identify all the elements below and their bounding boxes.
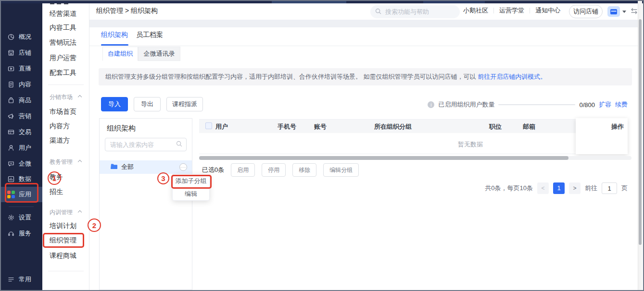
horizontal-scrollbar-thumb[interactable] — [199, 156, 568, 160]
tab-row-border — [89, 46, 639, 46]
submenu-item-training-plan[interactable]: 培训计划 — [42, 221, 89, 230]
submenu-item-org-management[interactable]: 组织管理 — [42, 235, 89, 245]
next-page-button[interactable]: > — [569, 182, 581, 194]
sidebar-item-data[interactable]: 数据 — [1, 171, 42, 187]
chevron-down-icon[interactable] — [622, 11, 626, 13]
menu-item-edit[interactable]: 编辑 — [173, 187, 209, 200]
submenu-divider — [48, 271, 84, 271]
sidebar-item-shop[interactable]: 店铺 — [1, 45, 42, 61]
clipped-menu-item — [50, 3, 54, 4]
banner-link[interactable]: 前往开启店铺内训模式。 — [478, 73, 546, 80]
global-search-input[interactable] — [384, 8, 452, 16]
tree-panel-title: 组织架构 — [107, 124, 136, 133]
course-assign-button[interactable]: 课程指派 — [166, 97, 203, 111]
edit-group-button[interactable]: 编辑分组 — [323, 163, 359, 177]
expand-quota-link[interactable]: 扩容 — [599, 100, 611, 109]
sidebar-item-label: 数据 — [19, 175, 31, 183]
goto-page-input[interactable] — [602, 182, 617, 194]
shop-avatar[interactable] — [607, 6, 620, 17]
visit-shop-button[interactable]: 访问店铺 — [569, 5, 603, 18]
submenu-item-user-operation[interactable]: 用户运营 — [42, 53, 89, 62]
global-search[interactable] — [370, 5, 460, 18]
submenu-group-academic[interactable]: 教务管理 — [42, 158, 89, 166]
header-links: 小鹅社区 运营学堂 通知中心 — [463, 6, 560, 15]
apps-icon — [7, 191, 15, 198]
sidebar-item-label: 常用 — [19, 275, 31, 284]
content-gap — [89, 20, 639, 27]
col-header-action: 操作 — [576, 122, 624, 131]
sidebar-item-live[interactable]: 直播 — [1, 61, 42, 76]
submenu-item-content-tools[interactable]: 内容工具 — [42, 23, 89, 32]
sidebar-item-marketing[interactable]: 营销 — [1, 109, 42, 124]
sidebar-item-users[interactable]: 用户 — [1, 140, 42, 156]
service-icon — [7, 230, 15, 237]
empty-state-text: 暂无数据 — [458, 140, 483, 149]
node-context-menu: 添加子分组 编辑 — [172, 174, 210, 201]
submenu-item-channel-side[interactable]: 渠道方 — [42, 135, 89, 145]
sidebar-item-label: 店铺 — [19, 48, 31, 57]
academy-link[interactable]: 运营学堂 — [499, 6, 524, 15]
subtab-wecom-contacts[interactable]: 企微通讯录 — [138, 47, 180, 61]
submenu-item-content-side[interactable]: 内容方 — [42, 121, 89, 131]
submenu-group-distribution[interactable]: 分销市场 — [42, 93, 89, 101]
tree-search[interactable] — [105, 138, 187, 151]
switch-account-icon[interactable] — [630, 8, 638, 16]
current-page-button[interactable]: 1 — [553, 182, 565, 194]
renew-link[interactable]: 续费 — [615, 100, 628, 109]
import-button[interactable]: 导入 — [101, 97, 128, 111]
vertical-separator — [493, 8, 494, 13]
banner-text: 组织管理支持多级分组管理和按组织配置学习内容，适用于内部培训、合作伙伴培训等场景… — [105, 73, 478, 80]
remove-button[interactable]: 移除 — [292, 163, 316, 177]
submenu-item-course-mall[interactable]: 课程商城 — [42, 251, 89, 260]
sidebar-item-frequent[interactable]: 常用 — [1, 272, 42, 287]
sidebar-item-wecom[interactable]: 企微 — [1, 156, 42, 171]
top-edge-strip-segment — [272, 1, 346, 3]
submenu-item-marketing-play[interactable]: 营销玩法 — [42, 37, 89, 47]
toolbar: 导入 导出 课程指派 — [101, 97, 203, 111]
subtab-self-built-org[interactable]: 自建组织 — [102, 47, 138, 61]
export-button[interactable]: 导出 — [134, 97, 161, 111]
enable-button[interactable]: 启用 — [231, 163, 255, 177]
node-more-button[interactable]: ··· — [179, 163, 187, 171]
info-icon: i — [428, 101, 434, 108]
sidebar-item-content[interactable]: 内容 — [1, 77, 42, 92]
clipped-menu-item — [64, 3, 68, 4]
sidebar-item-trade[interactable]: 交易 — [1, 124, 42, 140]
submenu-item-support-tools[interactable]: 配套工具 — [42, 68, 89, 77]
submenu-item-business-channels[interactable]: 经营渠道 — [42, 9, 89, 18]
sidebar-item-label: 交易 — [19, 128, 31, 136]
data-icon — [7, 175, 15, 183]
col-header-email: 邮箱 — [523, 122, 535, 131]
tab-employee-files[interactable]: 员工档案 — [136, 31, 163, 39]
vertical-scrollbar-thumb[interactable] — [639, 19, 642, 245]
sidebar-item-settings[interactable]: 设置 — [1, 210, 42, 225]
sidebar-item-goods[interactable]: 商品 — [1, 93, 42, 108]
disable-button[interactable]: 停用 — [262, 163, 286, 177]
clipped-menu-item — [57, 3, 61, 4]
col-header-account: 账号 — [314, 122, 327, 131]
col-header-phone: 手机号 — [278, 122, 296, 131]
submenu-group-label: 教务管理 — [50, 158, 73, 165]
submenu-group-internal-training[interactable]: 内训管理 — [42, 208, 89, 216]
sidebar-item-apps[interactable]: 应用 — [1, 187, 42, 202]
submenu-item-market-home[interactable]: 市场首页 — [42, 107, 89, 116]
sidebar-item-service[interactable]: 服务 — [1, 226, 42, 241]
tree-search-input[interactable] — [109, 141, 174, 149]
users-icon — [7, 144, 15, 152]
submenu-item-enrollment[interactable]: 招生 — [42, 187, 89, 196]
prev-page-button[interactable]: < — [537, 182, 549, 194]
table-body-border — [199, 154, 628, 154]
goods-icon — [7, 97, 15, 104]
info-banner: 组织管理支持多级分组管理和按组织配置学习内容，适用于内部培训、合作伙伴培训等场景… — [99, 68, 632, 85]
tree-node-all[interactable]: 全部 ··· — [100, 160, 192, 174]
sidebar-item-overview[interactable]: 概况 — [1, 29, 42, 45]
submenu-item-academic[interactable]: 教务 — [42, 172, 89, 182]
sidebar-item-label: 概况 — [19, 33, 31, 41]
settings-icon — [7, 214, 15, 221]
tab-org-structure[interactable]: 组织架构 — [101, 31, 128, 39]
quota-label: 已启用组织用户数量 — [438, 100, 494, 109]
community-link[interactable]: 小鹅社区 — [463, 6, 488, 15]
notice-center-link[interactable]: 通知中心 — [535, 6, 560, 15]
menu-item-add-subgroup[interactable]: 添加子分组 — [173, 174, 209, 187]
select-all-checkbox[interactable] — [205, 122, 212, 129]
